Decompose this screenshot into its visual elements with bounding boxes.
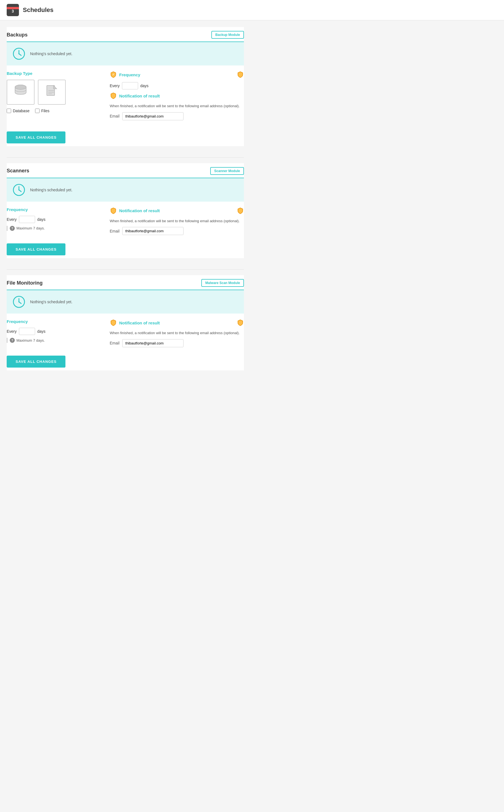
- backup-card-database[interactable]: [7, 80, 35, 105]
- file-monitoring-email-row: Email: [110, 339, 244, 347]
- file-monitoring-section: File Monitoring Malware Scan Module Noth…: [7, 275, 244, 370]
- scanners-frequency-input[interactable]: [19, 216, 35, 223]
- backups-email-row: Email: [110, 112, 244, 120]
- backups-section-header: Backups Backup Module: [7, 27, 244, 42]
- backup-module-button[interactable]: Backup Module: [211, 31, 244, 39]
- file-monitoring-notification-title: Notification of result: [110, 319, 244, 326]
- file-monitoring-frequency-title: Frequency: [7, 319, 101, 324]
- file-monitoring-notification-desc: When finished, a notification will be se…: [110, 330, 244, 336]
- scanners-section: Scanners Scanner Module Nothing's schedu…: [7, 163, 244, 258]
- shield-icon-fm-notif: [110, 319, 117, 326]
- files-icon: [46, 84, 58, 100]
- file-monitoring-frequency-row: Every days: [7, 328, 101, 335]
- backups-title: Backups: [7, 32, 28, 38]
- scanners-save-button[interactable]: SAVE ALL CHANGES: [7, 243, 65, 255]
- scanners-right-area: Notification of result When finished, a …: [110, 207, 244, 235]
- database-icon: [14, 84, 27, 101]
- divider-2: [7, 269, 244, 270]
- backup-checkboxes: Database Files: [7, 109, 101, 113]
- backup-type-cards: [7, 80, 101, 105]
- backups-frequency-row: Every days: [110, 82, 244, 89]
- file-monitoring-right-area: Notification of result When finished, a …: [110, 319, 244, 347]
- backups-save-button[interactable]: SAVE ALL CHANGES: [7, 131, 65, 143]
- help-icon-scanners: ?: [10, 226, 15, 231]
- files-checkbox[interactable]: [35, 109, 40, 113]
- files-checkbox-label[interactable]: Files: [35, 109, 50, 113]
- backups-nothing-scheduled: Nothing's scheduled yet.: [7, 42, 244, 65]
- file-monitoring-max-days: ? Maximum 7 days.: [7, 338, 101, 343]
- schedules-icon: 3: [7, 4, 19, 16]
- clock-icon: [12, 47, 26, 60]
- scanners-form-area: Frequency Every days ? Maximum 7 days.: [7, 202, 244, 238]
- file-monitoring-nothing-text: Nothing's scheduled yet.: [30, 300, 72, 304]
- backup-card-files[interactable]: [38, 80, 66, 105]
- file-monitoring-email-input[interactable]: [122, 339, 184, 347]
- shield-icon-top-right: [237, 71, 244, 78]
- backups-notification-title: Notification of result: [110, 92, 244, 99]
- backups-nothing-text: Nothing's scheduled yet.: [30, 52, 72, 56]
- scanners-section-header: Scanners Scanner Module: [7, 163, 244, 178]
- backups-frequency-title: ✓ Frequency: [110, 71, 244, 78]
- file-monitoring-save-button[interactable]: SAVE ALL CHANGES: [7, 356, 65, 368]
- file-monitoring-section-header: File Monitoring Malware Scan Module: [7, 275, 244, 290]
- file-monitoring-frequency-input[interactable]: [19, 328, 35, 335]
- shield-icon-notification: [110, 92, 117, 99]
- scanners-frequency-title: Frequency: [7, 207, 101, 212]
- scanners-nothing-text: Nothing's scheduled yet.: [30, 188, 72, 192]
- scanners-notification-desc: When finished, a notification will be se…: [110, 218, 244, 224]
- scanners-title: Scanners: [7, 168, 29, 174]
- backup-type-area: Backup Type: [7, 71, 101, 123]
- backups-notification-section: Notification of result When finished, a …: [110, 92, 244, 120]
- file-monitoring-email-label: Email: [110, 341, 119, 345]
- backups-email-input[interactable]: [122, 112, 184, 120]
- database-checkbox-label[interactable]: Database: [7, 109, 30, 113]
- file-monitoring-form-area: Frequency Every days ? Maximum 7 days.: [7, 314, 244, 350]
- scanners-left-area: Frequency Every days ? Maximum 7 days.: [7, 207, 101, 235]
- main-content: Backups Backup Module Nothing's schedule…: [0, 20, 251, 388]
- shield-icon-frequency: ✓: [110, 71, 117, 78]
- backups-section: Backups Backup Module Nothing's schedule…: [7, 27, 244, 146]
- help-icon-file-monitoring: ?: [10, 338, 15, 343]
- svg-point-14: [18, 189, 19, 190]
- scanner-module-button[interactable]: Scanner Module: [210, 167, 244, 175]
- backups-frequency-input[interactable]: [122, 82, 138, 89]
- svg-point-3: [18, 53, 19, 54]
- svg-point-5: [15, 85, 26, 89]
- file-monitoring-left-area: Frequency Every days ? Maximum 7 days.: [7, 319, 101, 347]
- scanners-email-input[interactable]: [122, 227, 184, 235]
- page-title: Schedules: [23, 6, 53, 14]
- clock-icon-scanners: [12, 183, 26, 197]
- backups-form-area: Backup Type: [7, 65, 244, 126]
- scanners-notification-title: Notification of result: [110, 207, 244, 214]
- scanners-email-row: Email: [110, 227, 244, 235]
- backups-right-area: ✓ Frequency Every days: [110, 71, 244, 123]
- malware-scan-module-button[interactable]: Malware Scan Module: [201, 279, 244, 287]
- file-monitoring-title: File Monitoring: [7, 280, 43, 286]
- shield-icon-scanners-notif: [110, 207, 117, 214]
- scanners-frequency-row: Every days: [7, 216, 101, 223]
- file-monitoring-nothing-scheduled: Nothing's scheduled yet.: [7, 290, 244, 314]
- svg-text:✓: ✓: [112, 73, 114, 76]
- backups-notification-desc: When finished, a notification will be se…: [110, 103, 244, 109]
- scanners-email-label: Email: [110, 229, 119, 233]
- database-checkbox[interactable]: [7, 109, 11, 113]
- backups-email-label: Email: [110, 114, 119, 118]
- divider-1: [7, 157, 244, 158]
- shield-icon-fm-top-right: [237, 319, 244, 326]
- clock-icon-file-monitoring: [12, 295, 26, 309]
- scanners-max-days: ? Maximum 7 days.: [7, 226, 101, 231]
- shield-icon-scanners-top-right: [237, 207, 244, 214]
- page-header: 3 Schedules: [0, 0, 504, 20]
- backup-type-title: Backup Type: [7, 71, 101, 76]
- scanners-nothing-scheduled: Nothing's scheduled yet.: [7, 178, 244, 202]
- svg-point-18: [18, 301, 19, 302]
